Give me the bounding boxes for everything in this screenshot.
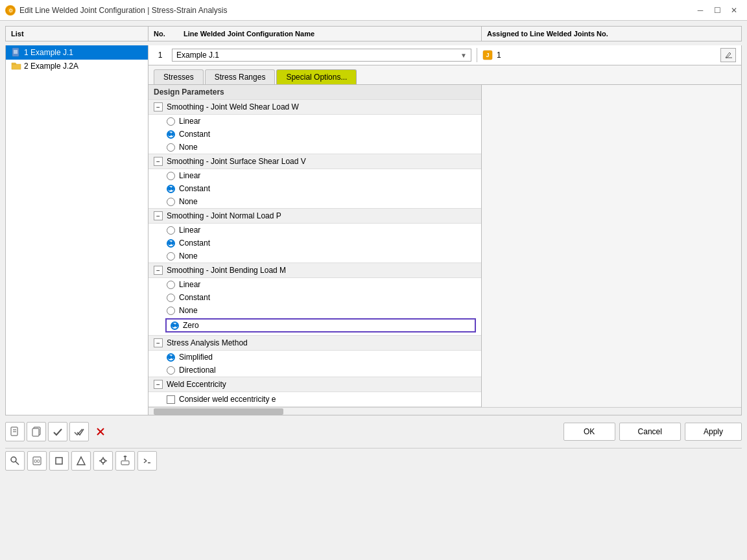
list-header: List [6,27,148,41]
close-button[interactable]: ✕ [726,4,742,17]
group-stress-analysis-header: − Stress Analysis Method [148,336,481,351]
radio-input-p-linear[interactable] [167,226,175,235]
check-button[interactable] [48,422,67,441]
list-item-1[interactable]: 1 Example J.1 [6,45,148,60]
tab-stresses[interactable]: Stresses [154,69,204,84]
radio-input-p-none[interactable] [167,252,175,261]
radio-m-linear[interactable]: Linear [148,278,481,291]
dropdown-arrow-icon: ▼ [460,52,467,59]
folder-icon [11,62,21,71]
config-no-value: 1 [154,51,167,60]
group-smoothing-v-header: − Smoothing - Joint Surface Shear Load V [148,154,481,169]
radio-w-linear[interactable]: Linear [148,115,481,128]
svg-marker-21 [77,457,85,465]
radio-w-none[interactable]: None [148,141,481,154]
radio-v-constant[interactable]: Constant [148,182,481,195]
radio-input-m-linear[interactable] [167,281,175,289]
right-empty-panel [482,85,741,407]
checkbox-input-eccentricity[interactable] [167,395,175,404]
tab-special-options[interactable]: Special Options... [276,69,357,84]
radio-m-none[interactable]: None [148,304,481,317]
calc-tool-button[interactable]: 00 [27,451,47,471]
ok-button[interactable]: OK [563,423,615,441]
script-tool-icon [142,456,152,466]
cancel-button[interactable]: Cancel [619,423,681,441]
list-panel: 1 Example J.1 2 Example J.2A [6,45,148,415]
minimize-button[interactable]: ─ [693,4,708,17]
bottom-row: OK Cancel Apply [5,419,742,444]
maximize-button[interactable]: ☐ [709,4,725,17]
new-button[interactable] [5,422,25,441]
radio-m-constant[interactable]: Constant [148,291,481,304]
radio-p-none[interactable]: None [148,250,481,262]
checkbox-weld-eccentricity[interactable]: Consider weld eccentricity e [148,392,481,406]
radio-v-none[interactable]: None [148,195,481,208]
config-name-header: No. Line Welded Joint Configuration Name [148,27,482,41]
script-tool-button[interactable] [137,451,157,471]
scrollbar-thumb[interactable] [154,408,283,415]
expand-btn-we[interactable]: − [154,380,163,389]
radio-sa-directional[interactable]: Directional [148,364,481,377]
radio-input-sa-directional[interactable] [167,366,175,375]
list-item-2[interactable]: 2 Example J.2A [6,60,148,73]
radio-input-m-none[interactable] [167,307,175,315]
assigned-edit-button[interactable] [720,48,736,62]
content-area: Design Parameters − Smoothing - Joint We… [148,85,741,407]
search-tool-button[interactable] [5,451,25,471]
export-tool-button[interactable] [115,451,135,471]
config-tool-button[interactable] [93,451,113,471]
radio-input-v-constant[interactable] [167,185,175,193]
list-item-2-label: 2 Example J.2A [24,62,78,71]
assigned-header: Assigned to Line Welded Joints No. [482,27,741,41]
assigned-section: J 1 [477,48,736,62]
group-smoothing-p: − Smoothing - Joint Normal Load P Linear… [148,209,481,263]
radio-input-w-constant[interactable] [167,130,175,139]
assigned-value: 1 [497,51,501,60]
expand-btn-v[interactable]: − [154,157,163,166]
radio-input-v-none[interactable] [167,198,175,206]
box-tool-button[interactable] [49,451,69,471]
svg-point-16 [11,457,16,462]
horizontal-scrollbar[interactable] [148,407,741,415]
svg-text:J: J [486,52,489,58]
radio-p-constant[interactable]: Constant [148,237,481,250]
radio-input-p-constant[interactable] [167,239,175,248]
config-row: 1 Example J.1 ▼ J 1 [148,45,741,65]
expand-btn-w[interactable]: − [154,102,163,111]
radio-m-zero-highlighted[interactable]: Zero [165,318,476,332]
radio-input-m-zero[interactable] [171,321,179,330]
radio-input-w-linear[interactable] [167,117,175,126]
radio-w-constant[interactable]: Constant [148,128,481,141]
delete-icon [95,426,106,437]
svg-rect-20 [56,458,62,464]
tab-stress-ranges[interactable]: Stress Ranges [205,69,276,84]
delete-button[interactable] [91,422,110,441]
group-weld-eccentricity: − Weld Eccentricity Consider weld eccent… [148,377,481,407]
expand-btn-sa[interactable]: − [154,338,163,347]
svg-line-30 [144,461,147,463]
validate-button[interactable] [69,422,89,441]
group-smoothing-p-header: − Smoothing - Joint Normal Load P [148,209,481,224]
radio-input-w-none[interactable] [167,143,175,152]
radio-sa-simplified[interactable]: Simplified [148,351,481,364]
chart-tool-button[interactable] [71,451,91,471]
validate-icon [74,426,84,437]
radio-input-sa-simplified[interactable] [167,353,175,362]
radio-input-m-constant[interactable] [167,294,175,302]
expand-btn-p[interactable]: − [154,211,163,220]
group-weld-eccentricity-header: − Weld Eccentricity [148,377,481,392]
radio-v-linear[interactable]: Linear [148,169,481,182]
edit-icon [724,51,732,59]
svg-rect-13 [32,428,39,436]
window-title: Edit Line Welded Joint Configuration | S… [19,6,227,15]
config-name-dropdown[interactable]: Example J.1 ▼ [172,49,471,62]
radio-p-linear[interactable]: Linear [148,224,481,237]
radio-input-v-linear[interactable] [167,172,175,180]
new-icon [10,426,20,437]
apply-button[interactable]: Apply [685,423,742,441]
params-panel: Design Parameters − Smoothing - Joint We… [148,85,482,407]
copy-button[interactable] [27,422,46,441]
search-tool-icon [10,456,20,466]
expand-btn-m[interactable]: − [154,266,163,275]
left-toolbar [5,419,110,444]
